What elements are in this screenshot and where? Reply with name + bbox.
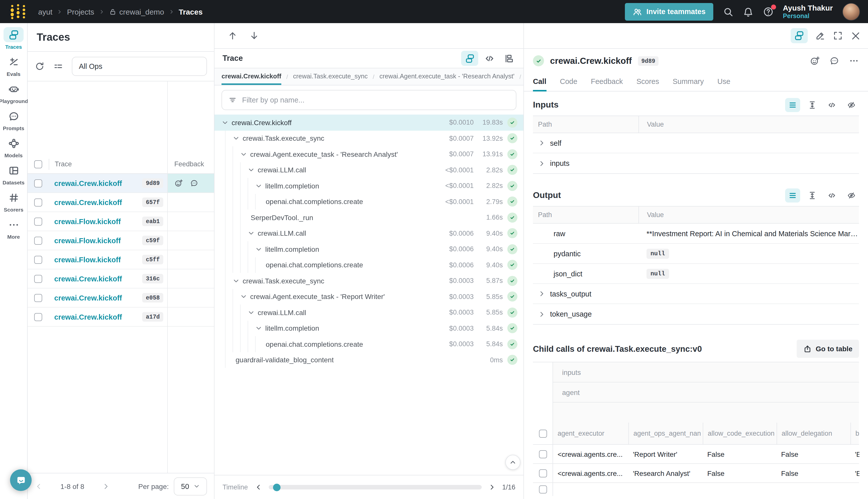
trace-link[interactable]: crewai.Crew.kickoff <box>54 275 142 283</box>
add-reaction-icon[interactable] <box>174 179 183 187</box>
collapse-chevron-icon[interactable] <box>255 182 264 190</box>
expand-chevron-icon[interactable] <box>538 139 546 147</box>
tree-node[interactable]: litellm.completion $0.0006 9.40s <box>214 241 523 257</box>
tab-feedback[interactable]: Feedback <box>591 73 623 92</box>
fullscreen-expand-icon[interactable] <box>833 31 843 41</box>
collapse-chevron-icon[interactable] <box>233 135 241 142</box>
column-header-agent-executor[interactable]: agent_executor <box>553 423 629 444</box>
previous-trace-button[interactable] <box>227 31 238 41</box>
hide-values-icon[interactable] <box>844 98 859 112</box>
row-checkbox[interactable] <box>34 217 42 226</box>
tree-node[interactable]: litellm.completion <$0.0001 2.82s <box>214 178 523 194</box>
row-checkbox[interactable] <box>34 294 42 302</box>
help-button[interactable] <box>763 6 773 17</box>
trace-row[interactable]: crewai.Crew.kickoff e058 <box>28 289 214 307</box>
trace-link[interactable]: crewai.Crew.kickoff <box>54 198 142 206</box>
column-header-agent-ops-agent-nan[interactable]: agent_ops_agent_nan <box>629 423 703 444</box>
ops-filter-select[interactable]: All Ops <box>72 57 207 76</box>
feedback-column-header[interactable]: Feedback <box>168 155 214 173</box>
collapse-chevron-icon[interactable] <box>248 230 256 237</box>
row-checkbox[interactable] <box>34 179 42 187</box>
tree-node[interactable]: crewai.LLM.call $0.0006 9.40s <box>214 226 523 241</box>
timeline-slider[interactable] <box>269 485 482 489</box>
user-menu[interactable]: Ayush Thakur Personal <box>783 3 833 20</box>
tree-node[interactable]: openai.chat.completions.create $0.0006 9… <box>214 257 523 273</box>
op-filter-input[interactable] <box>242 96 510 104</box>
timeline-next-button[interactable] <box>488 484 496 491</box>
trace-crumb-tab[interactable]: crewai.Agent.execute_task - 'Research An… <box>380 68 514 85</box>
sidebar-item-scorers[interactable]: Scorers <box>0 190 27 212</box>
trace-row[interactable]: crewai.Crew.kickoff 657f <box>28 193 214 212</box>
tab-call[interactable]: Call <box>533 73 546 92</box>
sidebar-item-models[interactable]: Models <box>0 136 27 158</box>
prev-page-button[interactable] <box>35 482 43 490</box>
timeline-slider-thumb[interactable] <box>273 484 281 491</box>
tree-node[interactable]: crewai.Agent.execute_task - 'Report Writ… <box>214 289 523 305</box>
row-checkbox[interactable] <box>34 313 42 321</box>
tree-node[interactable]: crewai.Crew.kickoff $0.0010 19.83s <box>214 114 523 130</box>
sidebar-item-prompts[interactable]: Prompts <box>0 109 27 131</box>
expand-chevron-icon[interactable] <box>538 160 546 167</box>
trace-row[interactable]: crewai.Flow.kickoff c5ff <box>28 250 214 269</box>
kv-row-raw[interactable]: raw **Investment Report: AI in Chemical … <box>533 223 859 244</box>
per-page-select[interactable]: 50 <box>174 477 207 495</box>
tree-node[interactable]: SerperDevTool._run 1.66s <box>214 209 523 226</box>
add-reaction-icon[interactable] <box>810 56 820 66</box>
select-all-checkbox[interactable] <box>34 160 42 168</box>
breadcrumb-entity[interactable]: ayut <box>38 7 52 16</box>
tree-node[interactable]: crewai.LLM.call <$0.0001 2.82s <box>214 162 523 178</box>
refresh-button[interactable] <box>35 61 45 71</box>
tree-node[interactable]: crewai.LLM.call $0.0003 5.85s <box>214 305 523 320</box>
row-checkbox[interactable] <box>539 450 547 458</box>
next-page-button[interactable] <box>102 482 110 490</box>
scroll-top-button[interactable] <box>505 455 520 470</box>
child-call-row[interactable]: <crewai.agents.cre...'Research Analyst'F… <box>533 464 859 483</box>
row-checkbox[interactable] <box>539 485 547 494</box>
collapse-chevron-icon[interactable] <box>248 167 256 174</box>
expand-vertical-icon[interactable] <box>805 98 820 112</box>
row-checkbox[interactable] <box>539 469 547 477</box>
comment-icon[interactable] <box>190 179 198 187</box>
tree-node[interactable]: crewai.Agent.execute_task - 'Research An… <box>214 146 523 162</box>
tree-node[interactable]: litellm.completion $0.0003 5.84s <box>214 320 523 336</box>
select-all-checkbox[interactable] <box>539 429 547 437</box>
tab-use[interactable]: Use <box>717 73 730 92</box>
hide-values-icon[interactable] <box>844 188 859 203</box>
column-header-b[interactable]: b <box>851 423 860 444</box>
kv-row-json-dict[interactable]: json_dict null <box>533 264 859 284</box>
tree-node[interactable]: openai.chat.completions.create <$0.0001 … <box>214 194 523 209</box>
code-view-icon[interactable] <box>824 98 839 112</box>
sidebar-item-playground[interactable]: Playground <box>0 82 27 104</box>
tab-scores[interactable]: Scores <box>636 73 659 92</box>
trace-link[interactable]: crewai.Flow.kickoff <box>54 236 142 244</box>
list-view-icon[interactable] <box>785 98 800 112</box>
collapse-chevron-icon[interactable] <box>233 277 241 284</box>
child-call-row[interactable]: <crewai.agents.cre...'Report Writer'Fals… <box>533 445 859 464</box>
kv-row-self[interactable]: self <box>533 133 859 153</box>
bell-icon[interactable] <box>743 6 753 17</box>
tab-code[interactable]: Code <box>560 73 577 92</box>
row-checkbox[interactable] <box>34 236 42 244</box>
child-call-row[interactable] <box>533 483 859 496</box>
expand-vertical-icon[interactable] <box>805 188 820 203</box>
tree-view-button[interactable] <box>461 51 478 66</box>
trace-row[interactable]: crewai.Crew.kickoff 9d89 <box>28 174 214 193</box>
sidebar-item-datasets[interactable]: Datasets <box>0 163 27 185</box>
expand-chevron-icon[interactable] <box>538 290 546 297</box>
more-horizontal-icon[interactable] <box>849 56 859 66</box>
trace-link[interactable]: crewai.Flow.kickoff <box>54 256 142 264</box>
avatar[interactable] <box>842 3 860 20</box>
invite-teammates-button[interactable]: Invite teammates <box>625 3 713 20</box>
row-checkbox[interactable] <box>34 198 42 206</box>
kv-row-tasks-output[interactable]: tasks_output <box>533 284 859 304</box>
trace-link[interactable]: crewai.Crew.kickoff <box>54 313 142 321</box>
trace-row[interactable]: crewai.Flow.kickoff c59f <box>28 231 214 250</box>
column-header-allow-code-execution[interactable]: allow_code_execution <box>703 423 777 444</box>
search-icon[interactable] <box>722 6 733 17</box>
code-view-icon[interactable] <box>824 188 839 203</box>
comment-icon[interactable] <box>829 56 839 66</box>
collapse-chevron-icon[interactable] <box>222 119 230 126</box>
sidebar-item-more[interactable]: More <box>0 217 27 240</box>
trace-row[interactable]: crewai.Crew.kickoff a17d <box>28 307 214 327</box>
next-trace-button[interactable] <box>249 31 259 41</box>
